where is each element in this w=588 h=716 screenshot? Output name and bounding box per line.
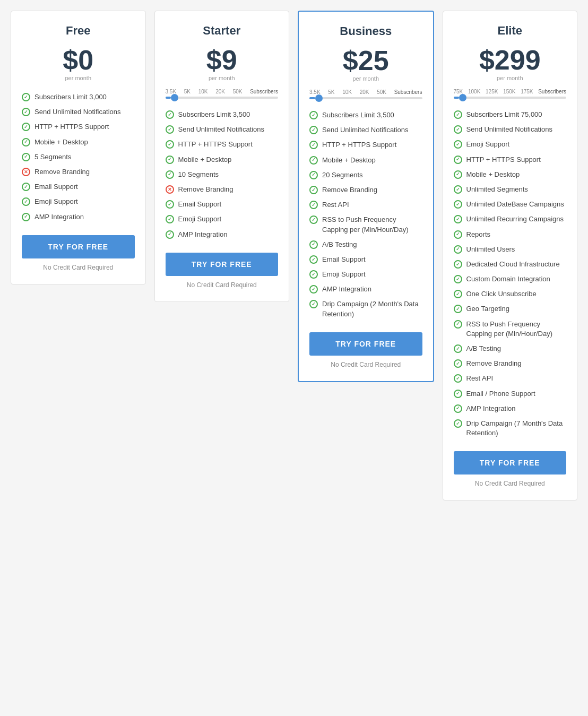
features-list-business: Subscribers Limit 3,500 Send Unlimited N… <box>309 108 422 322</box>
check-icon <box>309 126 318 134</box>
cta-button-starter[interactable]: TRY FOR FREE <box>166 253 279 276</box>
slider-section-elite: 75K100K125K150K175K Subscribers <box>454 89 567 99</box>
cross-icon <box>166 185 174 194</box>
slider-thumb-starter[interactable] <box>171 94 178 101</box>
plan-period-free: per month <box>22 75 135 81</box>
feature-item: Reports <box>454 227 567 242</box>
check-icon <box>22 138 30 146</box>
feature-item: Geo Targeting <box>454 301 567 316</box>
check-icon <box>166 215 174 223</box>
check-icon <box>454 125 462 134</box>
feature-text: Dedicated Cloud Infrastructure <box>466 260 560 269</box>
feature-text: Emoji Support <box>466 140 510 149</box>
plan-card-starter: Starter $9 per month 3.5K5K10K20K50K Sub… <box>154 11 290 302</box>
slider-thumb-business[interactable] <box>315 94 323 102</box>
check-icon <box>454 230 462 239</box>
no-cc-free: No Credit Card Required <box>22 264 135 271</box>
check-icon <box>309 141 318 149</box>
check-icon <box>309 171 318 179</box>
check-icon <box>166 125 174 134</box>
feature-item: Unlimited Users <box>454 242 567 257</box>
feature-item: Remove Branding <box>454 356 567 371</box>
feature-item: Unlimited Recurring Campaigns <box>454 212 567 227</box>
feature-text: Email Support <box>34 182 78 192</box>
feature-item: Emoji Support <box>22 194 135 209</box>
slider-sublabel-elite: Subscribers <box>538 89 566 94</box>
features-list-free: Subscribers Limit 3,000 Send Unlimited N… <box>22 90 135 225</box>
slider-track-business[interactable] <box>309 97 422 99</box>
feature-text: Unlimited Segments <box>466 185 528 194</box>
feature-item: Remove Branding <box>309 183 422 197</box>
plan-amount-free: $0 <box>63 45 93 75</box>
feature-text: RSS to Push Frequency Capping per (Min/H… <box>466 320 567 339</box>
no-cc-elite: No Credit Card Required <box>454 480 567 487</box>
slider-fill-elite <box>454 97 460 99</box>
feature-text: HTTP + HTTPS Support <box>178 140 253 149</box>
feature-item: RSS to Push Frequency Capping per (Min/H… <box>309 212 422 237</box>
feature-text: Emoji Support <box>178 214 222 224</box>
feature-item: Rest API <box>454 371 567 386</box>
feature-text: 5 Segments <box>34 152 71 162</box>
check-icon <box>309 201 318 209</box>
plan-title-starter: Starter <box>166 24 279 38</box>
feature-text: Subscribers Limit 3,000 <box>34 92 107 102</box>
feature-text: AMP Integration <box>34 212 84 222</box>
check-icon <box>309 186 318 194</box>
check-icon <box>309 300 318 308</box>
check-icon <box>454 156 462 164</box>
feature-text: Unlimited Users <box>466 245 515 254</box>
slider-section-starter: 3.5K5K10K20K50K Subscribers <box>166 89 279 99</box>
feature-text: A/B Testing <box>322 240 357 249</box>
slider-row-business[interactable] <box>309 97 422 99</box>
feature-item: 5 Segments <box>22 150 135 165</box>
check-icon <box>454 404 462 413</box>
feature-item: Subscribers Limit 3,500 <box>166 107 279 122</box>
cta-button-business[interactable]: TRY FOR FREE <box>309 332 422 356</box>
feature-text: Mobile + Desktop <box>466 170 520 179</box>
feature-item: HTTP + HTTPS Support <box>454 152 567 167</box>
feature-item: Emoji Support <box>309 267 422 282</box>
feature-item: AMP Integration <box>166 227 279 242</box>
pricing-container: Free $0 per month Subscribers Limit 3,00… <box>11 11 577 501</box>
feature-text: Remove Branding <box>178 185 234 194</box>
feature-text: Email / Phone Support <box>466 389 535 399</box>
feature-item: Email Support <box>166 197 279 212</box>
check-icon <box>454 419 462 428</box>
plan-amount-elite: $299 <box>479 45 541 75</box>
cta-button-free[interactable]: TRY FOR FREE <box>22 235 135 258</box>
feature-item: Mobile + Desktop <box>166 152 279 167</box>
feature-item: Email / Phone Support <box>454 386 567 401</box>
cta-button-elite[interactable]: TRY FOR FREE <box>454 451 567 475</box>
feature-text: Mobile + Desktop <box>322 156 376 165</box>
check-icon <box>309 285 318 294</box>
check-icon <box>454 110 462 119</box>
slider-labels-elite: 75K100K125K150K175K Subscribers <box>454 89 567 94</box>
slider-fill-starter <box>166 97 171 99</box>
check-icon <box>309 270 318 279</box>
feature-item: Drip Campaign (7 Month's Data Retention) <box>454 416 567 441</box>
check-icon <box>22 123 30 131</box>
no-cc-starter: No Credit Card Required <box>166 281 279 289</box>
slider-row-elite[interactable] <box>454 97 567 99</box>
slider-thumb-elite[interactable] <box>459 94 466 101</box>
feature-text: Remove Branding <box>466 359 522 368</box>
check-icon <box>454 390 462 398</box>
check-icon <box>309 156 318 165</box>
plan-period-business: per month <box>309 75 422 82</box>
feature-text: Send Unlimited Notifications <box>322 125 409 135</box>
feature-item: Drip Campaign (2 Month's Data Retention) <box>309 297 422 321</box>
slider-row-starter[interactable] <box>166 97 279 99</box>
check-icon <box>454 374 462 383</box>
check-icon <box>454 359 462 368</box>
feature-item: HTTP + HTTPS Support <box>22 119 135 134</box>
feature-text: Send Unlimited Notifications <box>34 107 121 117</box>
feature-item: RSS to Push Frequency Capping per (Min/H… <box>454 317 567 341</box>
feature-text: AMP Integration <box>322 284 371 294</box>
slider-section-business: 3.5K5K10K20K50K Subscribers <box>309 89 422 99</box>
slider-track-elite[interactable] <box>454 97 567 99</box>
feature-item: HTTP + HTTPS Support <box>166 137 279 152</box>
slider-track-starter[interactable] <box>166 97 279 99</box>
check-icon <box>166 200 174 209</box>
feature-text: Email Support <box>178 200 222 209</box>
plan-title-business: Business <box>309 24 422 38</box>
